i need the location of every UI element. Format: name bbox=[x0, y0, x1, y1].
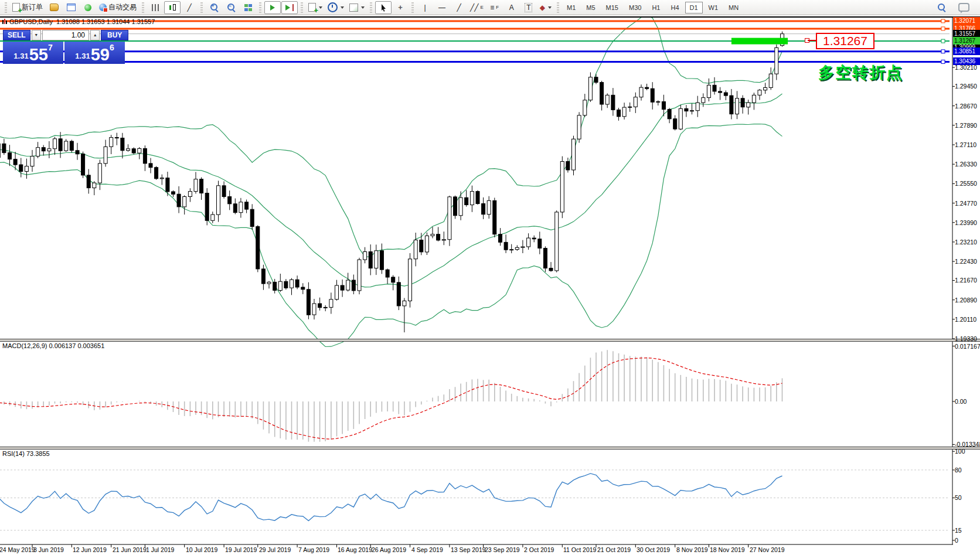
timeframe-m30[interactable]: M30 bbox=[624, 2, 646, 13]
price-tag-1.30851[interactable]: 1.30851 bbox=[953, 47, 980, 55]
signals-button[interactable] bbox=[80, 1, 96, 14]
price-tick-label: 1.26330 bbox=[955, 161, 977, 168]
volume-input[interactable] bbox=[42, 30, 89, 40]
chat-button[interactable] bbox=[955, 1, 972, 14]
new-order-button[interactable]: 新订单 bbox=[10, 1, 45, 14]
trendline-button[interactable]: ╱ bbox=[451, 1, 467, 14]
chevron-down-icon bbox=[361, 6, 365, 9]
chart-window[interactable]: 1.302101.294501.286701.278901.271101.263… bbox=[0, 15, 980, 555]
indicators-icon bbox=[308, 3, 316, 12]
price-tag-1.30436[interactable]: 1.30436 bbox=[953, 57, 980, 65]
timeframe-mn[interactable]: MN bbox=[724, 2, 743, 13]
macd-signal-line bbox=[0, 358, 782, 439]
periods-button[interactable] bbox=[325, 1, 346, 14]
candlestick-chart-button[interactable] bbox=[164, 1, 181, 14]
tile-windows-button[interactable] bbox=[240, 1, 256, 14]
timeframe-d1[interactable]: D1 bbox=[685, 2, 703, 13]
line-chart-button[interactable]: ╱ bbox=[181, 1, 198, 14]
templates-button[interactable] bbox=[347, 1, 367, 14]
zoom-in-button[interactable]: + bbox=[206, 1, 222, 14]
fibonacci-button[interactable]: ≡F bbox=[486, 1, 503, 14]
data-window-button[interactable] bbox=[63, 1, 79, 14]
new-order-icon bbox=[12, 3, 20, 12]
sell-price-display[interactable]: 1.31 55 7 bbox=[3, 42, 63, 64]
sell-price-sup: 7 bbox=[48, 43, 53, 52]
price-tag-1.32071[interactable]: 1.32071 bbox=[953, 17, 980, 25]
date-label: 4 Sep 2019 bbox=[411, 546, 443, 553]
bar-chart-button[interactable] bbox=[147, 1, 164, 14]
rsi-tick-label: 0 bbox=[955, 537, 958, 544]
rsi-label: RSI(14) 73.3855 bbox=[2, 450, 50, 457]
price-tag-1.31267[interactable]: 1.31267 bbox=[953, 37, 980, 45]
horizontal-line-button[interactable]: — bbox=[434, 1, 450, 14]
fibo-sub-f: F bbox=[496, 5, 499, 10]
price-tick-label: 1.20110 bbox=[955, 316, 976, 323]
vertical-line-button[interactable]: | bbox=[417, 1, 433, 14]
toolbar-right bbox=[933, 1, 978, 14]
date-label: 24 May 2019 bbox=[0, 546, 35, 553]
volume-increase-button[interactable]: ▴ bbox=[90, 30, 100, 40]
price-tick-label: 1.20890 bbox=[955, 297, 977, 304]
date-label: 21 Oct 2019 bbox=[597, 546, 631, 553]
toolbar-grip bbox=[411, 2, 414, 13]
tile-windows-icon bbox=[244, 4, 252, 11]
date-label: 1 Jul 2019 bbox=[146, 546, 174, 553]
autotrading-icon bbox=[99, 4, 107, 11]
date-label: 13 Sep 2019 bbox=[451, 546, 486, 553]
horizontal-line-icon: — bbox=[438, 4, 445, 12]
search-button[interactable] bbox=[933, 1, 950, 14]
toolbar-grip bbox=[370, 2, 372, 13]
text-label-button[interactable]: T bbox=[520, 1, 537, 14]
buy-price-display[interactable]: 1.31 59 6 bbox=[64, 42, 125, 64]
buy-button[interactable]: BUY bbox=[101, 30, 128, 40]
date-label: 23 Sep 2019 bbox=[485, 546, 520, 553]
chart-canvas[interactable] bbox=[0, 15, 980, 555]
equidistant-channel-icon: ╱╱ bbox=[470, 4, 478, 12]
date-label: 10 Jul 2019 bbox=[186, 546, 217, 553]
indicators-button[interactable] bbox=[306, 1, 325, 14]
timeframe-h1[interactable]: H1 bbox=[647, 2, 665, 13]
sell-button[interactable]: SELL bbox=[3, 30, 30, 40]
autotrading-label: 自动交易 bbox=[108, 2, 137, 12]
channel-sub-e: E bbox=[480, 5, 483, 10]
crosshair-button[interactable]: + bbox=[392, 1, 409, 14]
arrows-button[interactable]: ◆ bbox=[537, 1, 554, 14]
price-tick-label: 1.23210 bbox=[955, 239, 977, 246]
toolbar-grip bbox=[301, 2, 303, 13]
timeframe-m15[interactable]: M15 bbox=[601, 2, 623, 13]
text-button[interactable]: A bbox=[503, 1, 520, 14]
price-callout-box[interactable]: 1.31267 bbox=[816, 33, 874, 49]
timeframe-h4[interactable]: H4 bbox=[666, 2, 683, 13]
search-icon bbox=[937, 3, 946, 12]
timeframe-m5[interactable]: M5 bbox=[581, 2, 600, 13]
price-tick-label: 1.24770 bbox=[955, 200, 977, 207]
cursor-button[interactable] bbox=[375, 1, 392, 14]
date-label: 2 Oct 2019 bbox=[524, 546, 554, 553]
timeframe-w1[interactable]: W1 bbox=[704, 2, 723, 13]
toolbar-grip bbox=[557, 2, 559, 13]
channel-button[interactable]: ╱╱E bbox=[468, 1, 486, 14]
volume-decrease-button[interactable]: ▾ bbox=[32, 30, 41, 40]
text-label-icon: T bbox=[525, 3, 532, 12]
auto-scroll-button[interactable] bbox=[264, 1, 281, 14]
sell-price-big: 55 bbox=[29, 47, 48, 62]
profiles-button[interactable] bbox=[46, 1, 62, 14]
arrows-icon: ◆ bbox=[540, 4, 545, 12]
zoom-out-button[interactable]: − bbox=[223, 1, 239, 14]
price-tick-label: 1.19330 bbox=[955, 335, 977, 342]
chinese-annotation[interactable]: 多空转折点 bbox=[818, 62, 903, 83]
fibonacci-icon: ≡ bbox=[490, 4, 494, 12]
vertical-line-icon: | bbox=[424, 4, 426, 12]
macd-tick-label: 0.017167 bbox=[955, 343, 980, 350]
template-icon bbox=[349, 4, 358, 12]
window-icon bbox=[67, 4, 76, 11]
date-label: 8 Nov 2019 bbox=[676, 546, 708, 553]
chart-shift-button[interactable] bbox=[281, 1, 298, 14]
bar-chart-icon bbox=[152, 4, 159, 11]
buy-price-big: 59 bbox=[91, 47, 110, 62]
chevron-down-icon bbox=[341, 6, 344, 9]
timeframe-m1[interactable]: M1 bbox=[562, 2, 580, 13]
macd-label: MACD(12,26,9) 0.006137 0.003651 bbox=[2, 342, 104, 349]
autotrading-button[interactable]: 自动交易 bbox=[97, 1, 139, 14]
chevron-down-icon bbox=[548, 6, 552, 9]
